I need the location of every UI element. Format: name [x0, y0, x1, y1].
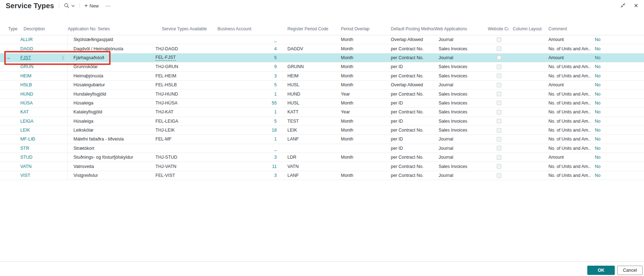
- column-header-description[interactable]: Description: [18, 26, 68, 35]
- cell-column-layout[interactable]: No. of Units and Am...: [544, 62, 591, 71]
- cell-column-layout[interactable]: No. of Units and Am...: [544, 99, 591, 107]
- cell-register-period-code[interactable]: [337, 144, 387, 153]
- cell-column-layout[interactable]: No. of Units and Am...: [544, 144, 591, 153]
- web-applications-checkbox[interactable]: [497, 73, 501, 78]
- cell-column-layout[interactable]: No. of Units and Am...: [544, 44, 591, 53]
- type-link[interactable]: VATN: [20, 164, 31, 169]
- cell-period-overlap[interactable]: per ID: [387, 62, 434, 71]
- cell-comment[interactable]: No: [591, 108, 638, 116]
- cell-website-code[interactable]: [508, 126, 544, 134]
- column-header-application-no-series[interactable]: Application No. Series: [68, 26, 155, 35]
- type-link[interactable]: KAT: [20, 109, 29, 114]
- table-row[interactable]: LEIKLeikskólarTHJ-LEIK18LEIKMonthper Con…: [0, 126, 644, 135]
- web-applications-checkbox[interactable]: [497, 46, 501, 51]
- cell-period-overlap[interactable]: per Contract No.: [387, 90, 434, 98]
- web-applications-checkbox[interactable]: [497, 65, 501, 69]
- cell-service-types-available[interactable]: 18: [213, 126, 283, 134]
- web-applications-checkbox[interactable]: [497, 155, 501, 160]
- table-row[interactable]: →FJST⋮FjárhagsaðstoðFEL-FJST5Monthper Co…: [0, 53, 644, 62]
- cell-service-types-available[interactable]: 3: [213, 153, 283, 162]
- cell-default-posting-method[interactable]: Sales Invoices: [434, 44, 484, 53]
- cell-default-posting-method[interactable]: Journal: [434, 171, 484, 180]
- cell-comment[interactable]: No: [591, 72, 638, 80]
- cell-register-period-code[interactable]: Month: [337, 81, 387, 89]
- cell-description[interactable]: Grunnskólar: [68, 62, 155, 71]
- column-header-register-period-code[interactable]: Register Period Code: [283, 26, 337, 35]
- cell-default-posting-method[interactable]: Journal: [434, 53, 484, 62]
- web-applications-checkbox[interactable]: [497, 37, 501, 42]
- type-link[interactable]: HSLB: [20, 82, 32, 87]
- cell-register-period-code[interactable]: Month: [337, 99, 387, 107]
- cell-default-posting-method[interactable]: Sales Invoices: [434, 99, 484, 107]
- available-link[interactable]: 55: [272, 101, 277, 106]
- available-link[interactable]: 1: [274, 137, 277, 142]
- web-applications-checkbox[interactable]: [497, 137, 501, 142]
- type-link[interactable]: LEIGA: [20, 119, 34, 124]
- cell-description[interactable]: Strætókort: [68, 144, 155, 153]
- cell-service-types-available[interactable]: 1: [213, 90, 283, 98]
- cell-column-layout[interactable]: No. of Units and Am...: [544, 135, 591, 143]
- cell-default-posting-method[interactable]: Journal: [434, 153, 484, 162]
- comment-link[interactable]: No: [595, 82, 600, 87]
- cell-business-account[interactable]: HUND: [283, 90, 337, 98]
- cell-business-account[interactable]: LANF: [283, 135, 337, 143]
- cell-comment[interactable]: No: [591, 171, 638, 180]
- available-link[interactable]: _: [274, 37, 277, 42]
- cell-type[interactable]: STR: [18, 144, 68, 153]
- web-applications-checkbox[interactable]: [497, 55, 501, 60]
- cell-application-no-series[interactable]: THJ-HÚSA: [155, 99, 213, 107]
- cell-website-code[interactable]: [508, 53, 544, 62]
- cell-comment[interactable]: No: [591, 44, 638, 53]
- cell-column-layout[interactable]: No. of Units and Am...: [544, 108, 591, 116]
- cell-website-code[interactable]: [508, 117, 544, 126]
- table-row[interactable]: HÚSAHúsaleigaTHJ-HÚSA55HUSLMonthper IDSa…: [0, 99, 644, 108]
- comment-link[interactable]: No: [595, 55, 600, 60]
- cell-description[interactable]: Stuðnings- og fósturfjölskyldur: [68, 153, 155, 162]
- cell-service-types-available[interactable]: 1: [213, 108, 283, 116]
- column-header-website-code[interactable]: Website Code: [484, 26, 508, 35]
- cell-comment[interactable]: No: [591, 153, 638, 162]
- comment-link[interactable]: No: [595, 137, 600, 142]
- cell-register-period-code[interactable]: Month: [337, 62, 387, 71]
- comment-link[interactable]: No: [595, 155, 600, 160]
- available-link[interactable]: 5: [274, 82, 277, 87]
- cell-type[interactable]: KAT: [18, 108, 68, 116]
- web-applications-checkbox[interactable]: [497, 92, 501, 96]
- cell-register-period-code[interactable]: Month: [337, 135, 387, 143]
- cell-business-account[interactable]: LANF: [283, 171, 337, 180]
- column-header-service-types-available[interactable]: Service Types Available: [155, 26, 213, 35]
- cell-comment[interactable]: No: [591, 135, 638, 143]
- cell-business-account[interactable]: VATN: [283, 162, 337, 170]
- cell-comment[interactable]: No: [591, 53, 638, 62]
- table-row[interactable]: VISTVistgreiðslurFEL-VIST3LANFMonthper C…: [0, 171, 644, 180]
- cell-column-layout[interactable]: Amount: [544, 153, 591, 162]
- cell-business-account[interactable]: KATT: [283, 108, 337, 116]
- type-link[interactable]: STR: [20, 146, 29, 151]
- cell-default-posting-method[interactable]: Journal: [434, 35, 484, 44]
- cell-application-no-series[interactable]: THJ-GRUN: [155, 62, 213, 71]
- cell-type[interactable]: ALLIR: [18, 35, 68, 44]
- cell-period-overlap[interactable]: per Contract No.: [387, 126, 434, 134]
- cell-business-account[interactable]: DAGDV: [283, 44, 337, 53]
- cell-business-account[interactable]: TEST: [283, 117, 337, 126]
- cell-description[interactable]: Dagdvöl / Heimaþjónusta: [68, 44, 155, 53]
- cell-application-no-series[interactable]: FEL-MF: [155, 135, 213, 143]
- available-link[interactable]: 5: [274, 119, 277, 124]
- cell-register-period-code[interactable]: [337, 162, 387, 170]
- web-applications-checkbox[interactable]: [497, 119, 501, 123]
- column-header-type[interactable]: Type↑: [6, 26, 18, 35]
- cell-column-layout[interactable]: No. of Units and Am...: [544, 126, 591, 134]
- available-link[interactable]: 1: [274, 92, 277, 97]
- cell-description[interactable]: Húsaleigubætur: [68, 81, 155, 89]
- cell-register-period-code[interactable]: Month: [337, 53, 387, 62]
- cell-register-period-code[interactable]: Month: [337, 171, 387, 180]
- cell-service-types-available[interactable]: 4: [213, 44, 283, 53]
- cell-service-types-available[interactable]: 3: [213, 171, 283, 180]
- type-link[interactable]: MF-LIÐ: [20, 137, 35, 142]
- cell-type[interactable]: STUD: [18, 153, 68, 162]
- cell-register-period-code[interactable]: Month: [337, 126, 387, 134]
- available-link[interactable]: 5: [274, 55, 277, 60]
- cell-default-posting-method[interactable]: Sales Invoices: [434, 72, 484, 80]
- cell-website-code[interactable]: [508, 108, 544, 116]
- cell-business-account[interactable]: GRUNN: [283, 62, 337, 71]
